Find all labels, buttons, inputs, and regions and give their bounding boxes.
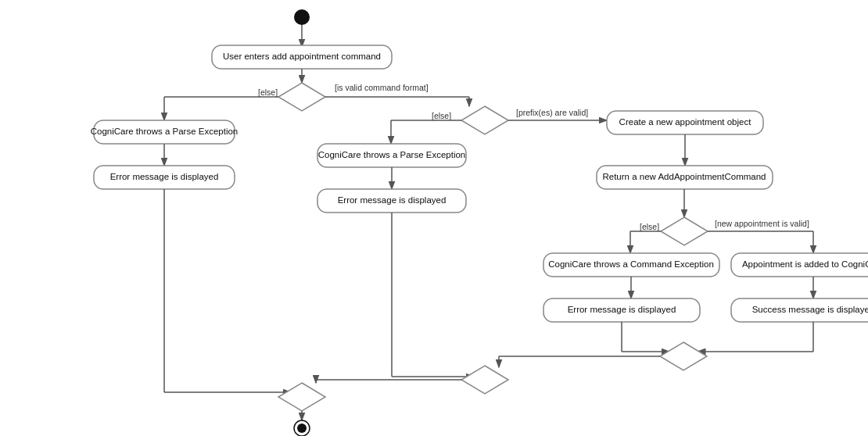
create-appt-label: Create a new appointment object [619, 117, 752, 127]
svg-text:[new appointment is valid]: [new appointment is valid] [715, 219, 809, 228]
diamond5 [461, 366, 508, 394]
svg-text:[else]: [else] [640, 222, 659, 231]
parse-exc-left-label: CogniCare throws a Parse Exception [91, 127, 239, 136]
error-right-label: Error message is displayed [568, 305, 676, 314]
diamond6 [278, 383, 325, 411]
end-inner-circle [297, 423, 307, 433]
success-label: Success message is displayed [752, 305, 868, 314]
cmd-exc-label: CogniCare throws a Command Exception [548, 259, 714, 269]
appt-added-label: Appointment is added to CogniCare [742, 259, 868, 269]
return-cmd-label: Return a new AddAppointmentCommand [602, 172, 766, 181]
svg-text:[is valid command format]: [is valid command format] [335, 83, 429, 92]
start-node [294, 9, 310, 25]
svg-text:[else]: [else] [432, 111, 451, 120]
svg-text:[else]: [else] [258, 88, 278, 97]
diamond2 [461, 106, 508, 134]
error-left-label: Error message is displayed [110, 172, 219, 181]
diamond3 [661, 217, 708, 245]
user-enters-label: User enters add appointment command [223, 52, 381, 61]
diamond4 [660, 342, 707, 370]
error-mid-label: Error message is displayed [338, 195, 447, 205]
parse-exc-mid-label: CogniCare throws a Parse Exception [318, 150, 466, 159]
diamond1 [278, 83, 325, 111]
activity-diagram: User enters add appointment command [els… [0, 0, 868, 436]
svg-text:[prefix(es) are valid]: [prefix(es) are valid] [516, 108, 588, 117]
